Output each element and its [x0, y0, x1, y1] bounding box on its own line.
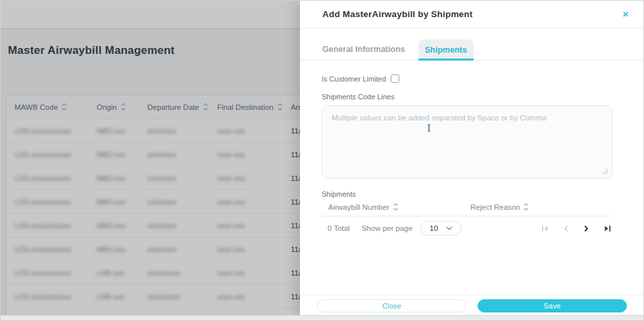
is-customer-limited-checkbox[interactable] [391, 74, 399, 83]
window-bottom-edge [1, 315, 643, 321]
page-size-value: 10 [430, 224, 438, 232]
next-page-icon[interactable] [583, 225, 589, 232]
add-mawb-drawer: Add MasterAirwaybill by Shipment ✕ Gener… [300, 1, 644, 316]
sort-icon [523, 203, 529, 211]
pagination-nav [541, 225, 612, 232]
chevron-down-icon [446, 226, 453, 230]
drawer-content: Is Customer Limited Shipments Code Lines… [300, 74, 644, 240]
app-screen: Master Airwaybill Management MAWB Code O… [0, 0, 644, 321]
page-size-select[interactable]: 10 [420, 221, 462, 235]
resize-handle-icon[interactable] [602, 168, 608, 175]
drawer-tabs: General Informations Shipments [300, 39, 644, 61]
sort-icon [393, 203, 399, 211]
drawer-title: Add MasterAirwaybill by Shipment [322, 9, 620, 19]
shipments-code-lines-label: Shipments Code Lines [322, 93, 612, 101]
column-header-airwaybill-number[interactable]: Airwaybill Number [328, 203, 470, 211]
shipments-section-label: Shipments [322, 190, 612, 198]
close-icon[interactable]: ✕ [620, 8, 632, 21]
shipments-code-lines-wrap: I [322, 105, 612, 179]
shipments-pagination: 0 Total Show per page 10 [322, 216, 612, 240]
save-button[interactable]: Save [478, 299, 627, 312]
show-per-page-label: Show per page [362, 224, 412, 232]
drawer-footer: Close Save [300, 295, 644, 312]
tab-general-informations[interactable]: General Informations [316, 39, 412, 60]
last-page-icon[interactable] [604, 225, 611, 232]
column-header-label: Reject Reason [470, 203, 520, 211]
close-button[interactable]: Close [317, 299, 466, 312]
drawer-header: Add MasterAirwaybill by Shipment ✕ [300, 1, 644, 28]
shipments-code-lines-input[interactable] [322, 105, 612, 179]
column-header-reject-reason[interactable]: Reject Reason [470, 203, 612, 211]
tab-shipments[interactable]: Shipments [418, 39, 474, 61]
column-header-label: Airwaybill Number [328, 203, 389, 211]
is-customer-limited-row: Is Customer Limited [322, 74, 612, 83]
shipments-table-header-row: Airwaybill Number Reject Reason [322, 203, 612, 216]
is-customer-limited-label: Is Customer Limited [322, 75, 386, 83]
first-page-icon[interactable] [541, 225, 549, 232]
total-count: 0 Total [328, 224, 350, 232]
previous-page-icon[interactable] [563, 225, 569, 232]
